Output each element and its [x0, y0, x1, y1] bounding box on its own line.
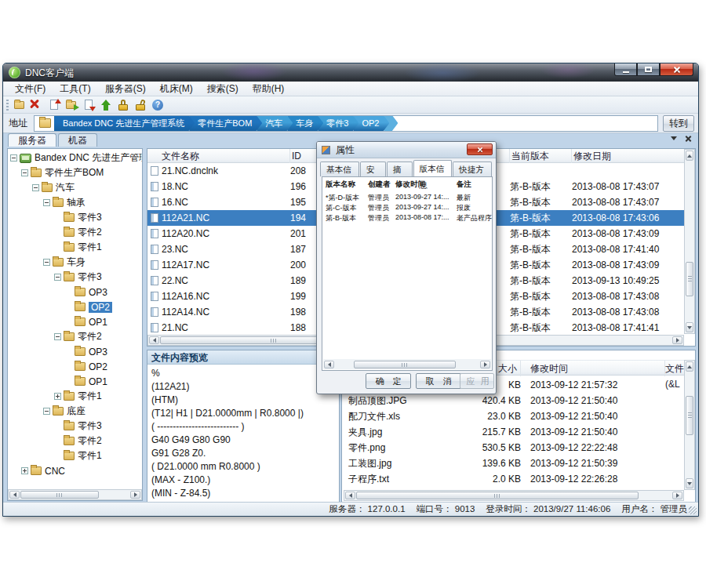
- tree-item-零件1[interactable]: 零件1: [8, 448, 142, 463]
- dialog-tab-基本信息[interactable]: 基本信息: [320, 162, 359, 176]
- list-item[interactable]: 工装图.jpg139.6 KB2013-09-12 21:50:39: [342, 456, 684, 471]
- collapse-icon[interactable]: [43, 259, 50, 266]
- collapse-icon[interactable]: [32, 184, 39, 191]
- scroll-left-icon[interactable]: [324, 361, 334, 368]
- tree-item-OP1[interactable]: OP1: [8, 314, 142, 329]
- dialog-tab-版本信息[interactable]: 版本信息: [413, 160, 453, 176]
- menu-item-5[interactable]: 帮助(H): [246, 82, 292, 96]
- tree-item-CNC[interactable]: CNC: [8, 463, 142, 478]
- address-field[interactable]: Bandex DNC 先进生产管理系统零件生产BOM汽车车身零件3OP2: [34, 115, 658, 132]
- file-vertical-scrollbar[interactable]: [684, 149, 695, 334]
- scroll-left-icon[interactable]: [345, 492, 355, 499]
- tree-item-车身[interactable]: 车身: [8, 255, 142, 270]
- tree-item-零件3[interactable]: 零件3: [8, 419, 142, 434]
- attachment-vertical-scrollbar[interactable]: [684, 360, 695, 490]
- scroll-down-icon[interactable]: [686, 478, 693, 488]
- unlock-icon[interactable]: [133, 98, 148, 112]
- column-header-version-name[interactable]: 版本名称: [326, 180, 355, 191]
- cancel-button[interactable]: 取 消: [416, 373, 461, 389]
- toolbar-grip[interactable]: [6, 100, 9, 111]
- breadcrumb-segment-1[interactable]: 零件生产BOM: [189, 115, 262, 132]
- dialog-tab-安全[interactable]: 安全: [360, 162, 386, 176]
- dialog-close-button[interactable]: [467, 143, 493, 155]
- tree-item-零件1[interactable]: 零件1: [8, 389, 142, 404]
- delete-icon[interactable]: [29, 98, 45, 112]
- ok-button[interactable]: 确 定: [366, 373, 411, 389]
- tree-item-零件2[interactable]: 零件2: [8, 434, 142, 448]
- tree-item-OP3[interactable]: OP3: [8, 285, 142, 299]
- scroll-left-icon[interactable]: [9, 491, 20, 499]
- column-header-note[interactable]: 备注: [457, 180, 471, 191]
- column-header-creator[interactable]: 创建者: [368, 180, 391, 191]
- tree-item-零件生产BOM[interactable]: 零件生产BOM: [8, 165, 142, 180]
- list-item[interactable]: 配刀文件.xls23.0 KB2013-09-12 21:50:40: [342, 408, 684, 424]
- column-header-modified[interactable]: 修改时间: [521, 361, 665, 376]
- version-row[interactable]: 第-C-版本管理员2013-09-27 14:...报废: [322, 203, 492, 213]
- column-header-date[interactable]: 修改日期: [572, 149, 686, 163]
- tree-item-零件2[interactable]: 零件2: [8, 329, 142, 344]
- import-folder-icon[interactable]: [64, 98, 79, 112]
- scroll-right-icon[interactable]: [480, 361, 490, 368]
- attachment-hscroll-thumb[interactable]: [356, 492, 639, 499]
- tree-item-OP3[interactable]: OP3: [8, 344, 142, 359]
- tab-服务器[interactable]: 服务器: [8, 133, 56, 147]
- tree-item-底座[interactable]: 底座: [8, 404, 142, 419]
- tree-item-轴承[interactable]: 轴承: [8, 195, 142, 210]
- minimize-button[interactable]: [614, 64, 637, 76]
- collapse-icon[interactable]: [43, 199, 50, 206]
- scroll-left-icon[interactable]: [149, 336, 159, 344]
- version-row[interactable]: *第-D-版本管理员2013-09-27 14:...最新: [322, 193, 492, 203]
- apply-button[interactable]: 应 用: [460, 373, 494, 389]
- maximize-button[interactable]: [637, 64, 660, 76]
- scroll-up-icon[interactable]: [686, 151, 693, 161]
- new-folder-icon[interactable]: [12, 98, 27, 112]
- tree-item-OP2[interactable]: OP2: [8, 299, 142, 314]
- version-row[interactable]: 第-B-版本管理员2013-08-08 17:...老产品程序: [322, 213, 492, 223]
- chevron-down-icon[interactable]: [671, 136, 677, 140]
- scroll-right-icon[interactable]: [672, 336, 682, 344]
- tree-item-汽车[interactable]: 汽车: [8, 180, 142, 195]
- dialog-tab-快捷方式[interactable]: 快捷方式: [453, 162, 492, 176]
- collapse-icon[interactable]: [43, 408, 50, 415]
- tree-horizontal-scrollbar[interactable]: [8, 489, 142, 500]
- list-item[interactable]: 制品顶图.JPG420.4 KB2013-09-12 21:50:40: [342, 393, 684, 408]
- tree-scroll-thumb[interactable]: [20, 491, 99, 499]
- tree-item-零件1[interactable]: 零件1: [8, 240, 142, 255]
- breadcrumb-segment-0[interactable]: Bandex DNC 先进生产管理系统: [54, 115, 195, 132]
- menu-item-4[interactable]: 搜索(S): [200, 82, 246, 96]
- collapse-icon[interactable]: [21, 169, 28, 176]
- tree-item-零件2[interactable]: 零件2: [8, 225, 142, 240]
- tree-item-OP2[interactable]: OP2: [8, 359, 142, 374]
- tree-item-Bandex DNC 先进生产管理系统[interactable]: Bandex DNC 先进生产管理系统: [8, 151, 142, 165]
- collapse-icon[interactable]: [54, 333, 61, 340]
- resize-grip[interactable]: [689, 506, 697, 514]
- tree-item-零件3[interactable]: 零件3: [8, 210, 142, 225]
- dialog-tab-摘要[interactable]: 摘要: [387, 162, 413, 176]
- scroll-right-icon[interactable]: [130, 491, 140, 499]
- column-header-version[interactable]: 当前版本: [510, 149, 572, 163]
- scroll-up-icon[interactable]: [686, 361, 693, 372]
- menu-item-2[interactable]: 服务器(S): [98, 82, 153, 96]
- collapse-icon[interactable]: [10, 154, 17, 162]
- list-item[interactable]: 零件.png530.5 KB2013-09-12 22:22:48: [342, 440, 684, 456]
- file-scroll-thumb[interactable]: [686, 262, 693, 296]
- column-header-name[interactable]: 文件名称: [147, 149, 290, 163]
- tab-机器[interactable]: 机器: [58, 133, 97, 147]
- tree-item-零件3[interactable]: 零件3: [8, 270, 142, 285]
- close-panel-icon[interactable]: [685, 135, 692, 142]
- dialog-title-bar[interactable]: 属性: [317, 142, 496, 158]
- send-icon[interactable]: [98, 98, 114, 112]
- dialog-horizontal-scrollbar[interactable]: [323, 359, 491, 369]
- list-item[interactable]: 子程序.txt2.0 KB2013-09-12 22:26:28: [342, 471, 684, 487]
- scroll-down-icon[interactable]: [686, 322, 693, 332]
- column-header-file[interactable]: 文件(&L: [665, 361, 686, 376]
- list-item[interactable]: 夹具.jpg215.7 KB2013-09-12 21:50:40: [342, 424, 684, 440]
- lock-icon[interactable]: [115, 98, 131, 112]
- menu-item-0[interactable]: 文件(F): [8, 82, 53, 96]
- tree-item-OP1[interactable]: OP1: [8, 374, 142, 389]
- breadcrumb-segment-4[interactable]: 零件3: [318, 115, 358, 132]
- attachment-horizontal-scrollbar[interactable]: [344, 490, 684, 501]
- close-button[interactable]: [660, 64, 693, 76]
- dialog-scroll-thumb[interactable]: [354, 361, 456, 368]
- download-file-icon[interactable]: [81, 98, 96, 112]
